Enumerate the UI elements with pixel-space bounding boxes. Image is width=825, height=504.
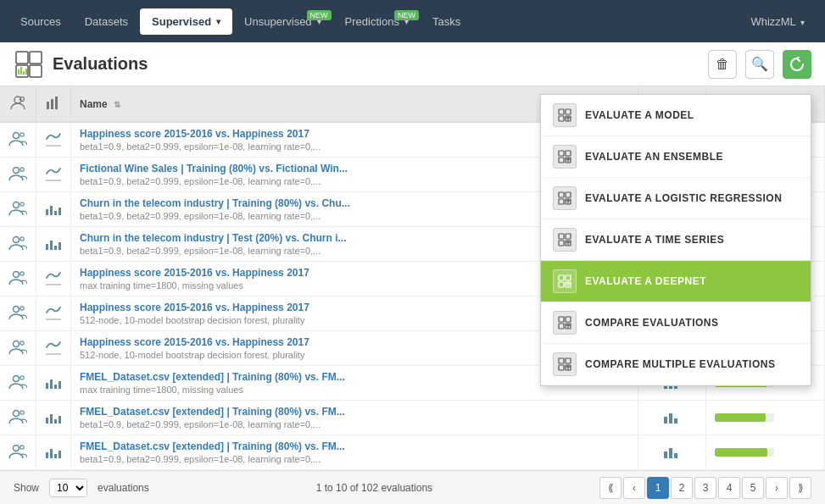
- dropdown-icon-compare-evaluations: [553, 311, 577, 335]
- row-name-cell: FMEL_Dataset.csv [extended] | Training (…: [71, 401, 638, 435]
- row-name-cell: FMEL_Dataset.csv [extended] | Training (…: [71, 435, 638, 470]
- search-button[interactable]: 🔍: [745, 50, 774, 79]
- svg-rect-98: [59, 381, 61, 389]
- col-icon1: [0, 86, 36, 122]
- svg-rect-104: [46, 418, 48, 424]
- dropdown-item-evaluate-model[interactable]: EVALUATE A MODEL: [541, 95, 811, 136]
- svg-point-81: [14, 271, 20, 277]
- svg-rect-14: [559, 151, 564, 156]
- page-5[interactable]: 5: [742, 477, 764, 499]
- page-next[interactable]: ›: [766, 477, 788, 499]
- svg-point-59: [14, 167, 20, 173]
- svg-point-56: [20, 132, 24, 136]
- dropdown-item-evaluate-ensemble[interactable]: EVALUATE AN ENSEMBLE: [541, 136, 811, 178]
- svg-point-82: [20, 271, 24, 274]
- dropdown-icon-evaluate-deepnet: [553, 269, 577, 293]
- row-performance-cell: [706, 401, 825, 435]
- svg-point-94: [20, 375, 24, 379]
- page-1[interactable]: 1: [647, 477, 669, 499]
- svg-rect-65: [46, 209, 48, 215]
- page-2[interactable]: 2: [671, 477, 693, 499]
- dropdown-menu: EVALUATE A MODEL EVALUATE AN ENSEMBLE: [540, 94, 811, 386]
- svg-point-111: [14, 445, 20, 451]
- svg-rect-53: [51, 99, 53, 109]
- page-3[interactable]: 3: [694, 477, 716, 499]
- svg-point-102: [14, 410, 20, 416]
- svg-point-85: [14, 306, 20, 312]
- svg-rect-97: [54, 385, 57, 389]
- nav-predictions[interactable]: Predictions ▾ NEW: [333, 8, 421, 35]
- svg-rect-115: [54, 454, 57, 458]
- page-first[interactable]: ⟪: [599, 477, 622, 499]
- nav-tasks[interactable]: Tasks: [421, 8, 472, 35]
- dropdown-label-compare-multiple: COMPARE MULTIPLE EVALUATIONS: [585, 358, 775, 370]
- svg-rect-39: [566, 317, 571, 322]
- svg-rect-10: [559, 116, 564, 121]
- dropdown-label-evaluate-time-series: EVALUATE A TIME SERIES: [585, 234, 724, 246]
- svg-rect-113: [46, 452, 48, 458]
- pagination-info: 1 to 10 of 102 evaluations: [156, 482, 593, 494]
- dropdown-item-evaluate-time-series[interactable]: EVALUATE A TIME SERIES: [541, 219, 811, 261]
- svg-point-93: [14, 375, 20, 381]
- table-row: FMEL_Dataset.csv [extended] | Training (…: [0, 435, 825, 470]
- row-group-icon: [0, 331, 36, 366]
- page-4[interactable]: 4: [718, 477, 740, 499]
- dropdown-icon-evaluate-ensemble: [553, 145, 577, 169]
- svg-rect-119: [674, 453, 677, 458]
- page-title: Evaluations: [53, 54, 700, 74]
- nav-unsupervised[interactable]: Unsupervised ▾ NEW: [232, 8, 333, 35]
- svg-point-112: [20, 445, 24, 448]
- svg-rect-22: [559, 199, 564, 204]
- svg-rect-3: [30, 65, 42, 77]
- row-sub-text: beta1=0.9, beta2=0.999, epsilon=1e-08, l…: [80, 454, 629, 464]
- show-select[interactable]: 10 25 50: [49, 479, 87, 497]
- supervised-caret: ▾: [216, 17, 220, 26]
- refresh-button[interactable]: [783, 50, 811, 79]
- row-group-icon: [0, 192, 36, 227]
- svg-rect-34: [559, 282, 564, 287]
- svg-rect-74: [46, 244, 48, 250]
- show-label: Show: [14, 482, 39, 494]
- dropdown-label-evaluate-logistic: EVALUATE A LOGISTIC REGRESSION: [585, 192, 782, 204]
- page-last[interactable]: ⟫: [789, 477, 811, 499]
- dropdown-icon-compare-multiple: [553, 352, 577, 376]
- top-navigation: Sources Datasets Supervised ▾ Unsupervis…: [0, 0, 825, 42]
- nav-datasets[interactable]: Datasets: [73, 8, 140, 35]
- svg-rect-68: [59, 208, 61, 215]
- svg-rect-32: [559, 275, 564, 280]
- svg-rect-116: [59, 451, 61, 458]
- nav-whizzml[interactable]: WhizzML ▾: [739, 8, 817, 35]
- row-name-link[interactable]: FMEL_Dataset.csv [extended] | Training (…: [80, 406, 629, 418]
- nav-supervised[interactable]: Supervised ▾: [140, 8, 232, 35]
- svg-rect-8: [559, 109, 564, 114]
- evaluations-icon: [14, 49, 44, 80]
- row-chart-icon: [36, 158, 71, 192]
- page-prev[interactable]: ‹: [623, 477, 645, 499]
- row-sub-text: max training time=1800, missing values: [80, 385, 629, 395]
- content-header: Evaluations 🗑 🔍 EVALUATE A M: [0, 42, 825, 86]
- row-name-link[interactable]: FMEL_Dataset.csv [extended] | Training (…: [80, 440, 629, 452]
- row-chart-icon: [36, 435, 71, 470]
- dropdown-item-evaluate-deepnet[interactable]: EVALUATE A DEEPNET: [541, 261, 811, 302]
- dropdown-item-compare-multiple[interactable]: COMPARE MULTIPLE EVALUATIONS: [541, 344, 811, 385]
- dropdown-icon-evaluate-time-series: [553, 228, 577, 252]
- main-content: Evaluations 🗑 🔍 EVALUATE A M: [0, 42, 825, 504]
- row-group-icon: [0, 158, 36, 192]
- svg-rect-21: [566, 192, 571, 197]
- svg-rect-44: [559, 358, 564, 363]
- nav-sources[interactable]: Sources: [8, 8, 73, 35]
- row-chart-icon: [36, 227, 71, 262]
- dropdown-item-compare-evaluations[interactable]: COMPARE EVALUATIONS: [541, 302, 811, 344]
- dropdown-item-evaluate-logistic[interactable]: EVALUATE A LOGISTIC REGRESSION: [541, 178, 811, 219]
- svg-rect-0: [16, 52, 28, 64]
- dropdown-label-compare-evaluations: COMPARE EVALUATIONS: [585, 317, 719, 329]
- row-group-icon: [0, 262, 36, 296]
- delete-button[interactable]: 🗑: [708, 50, 737, 79]
- svg-point-60: [20, 167, 24, 170]
- svg-rect-40: [559, 324, 564, 329]
- dropdown-label-evaluate-model: EVALUATE A MODEL: [585, 109, 694, 121]
- svg-rect-46: [559, 365, 564, 370]
- svg-rect-38: [559, 317, 564, 322]
- svg-rect-45: [566, 358, 571, 363]
- svg-rect-108: [664, 417, 667, 424]
